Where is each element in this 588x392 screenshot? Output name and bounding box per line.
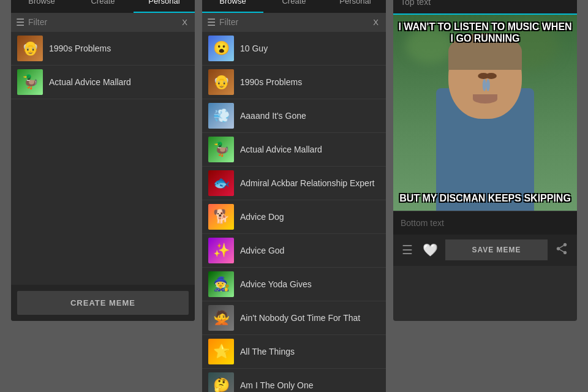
item-label: 1990s Problems (49, 43, 111, 53)
thumbnail: 🙅 (208, 305, 234, 331)
create-meme-bar: CREATE MEME (11, 285, 195, 321)
tab-browse-1[interactable]: Browse (11, 0, 72, 13)
thumbnail: 💨 (208, 103, 234, 129)
list-item[interactable]: ⭐ All The Things (202, 335, 386, 369)
top-text-bar (393, 0, 577, 15)
item-label: Advice God (240, 246, 284, 255)
list-item[interactable]: 💨 Aaaand It's Gone (202, 99, 386, 133)
meme-top-text: I WAN'T TO LISTEN TO MUSIC WHEN I GO RUN… (393, 21, 577, 44)
tab-create-1[interactable]: Create (72, 0, 134, 13)
hamburger-icon-2[interactable]: ☰ (207, 17, 216, 28)
tab-create-2[interactable]: Create (263, 0, 325, 13)
editor-action-bar: ☰ 🤍 SAVE MEME (393, 235, 577, 266)
list-item[interactable]: 🤔 Am I The Only One (202, 369, 386, 393)
list-item[interactable]: 👴 1990s Problems (202, 66, 386, 99)
item-label: 10 Guy (240, 43, 268, 53)
thumbnail: 👴 (208, 69, 234, 95)
thumbnail: 🧙 (208, 271, 234, 297)
thumbnail: 😮 (208, 36, 234, 61)
list-item[interactable]: 🙅 Ain't Nobody Got Time For That (202, 301, 386, 335)
search-bar-2: ☰ X (202, 13, 386, 32)
item-label: All The Things (240, 347, 295, 356)
tab-browse-2[interactable]: Browse (202, 0, 263, 13)
item-label: Actual Advice Mallard (49, 77, 131, 87)
tab-bar-1: Browse Create Personal (11, 0, 195, 13)
list-container-2: 😮 10 Guy 👴 1990s Problems 💨 Aaaand It's … (202, 32, 386, 393)
list-item[interactable]: 🦆 Actual Advice Mallard (202, 133, 386, 167)
item-label: Am I The Only One (240, 380, 314, 390)
panel-personal: Browse Create Personal ☰ X 👴 1990s Probl… (11, 0, 195, 321)
bottom-text-bar (393, 211, 577, 235)
clear-button-1[interactable]: X (179, 17, 190, 28)
create-meme-button[interactable]: CREATE MEME (17, 291, 189, 315)
thumbnail: ⭐ (208, 339, 234, 364)
editor-panel: I WAN'T TO LISTEN TO MUSIC WHEN I GO RUN… (393, 0, 577, 321)
item-label: Advice Dog (240, 212, 284, 222)
list-item[interactable]: 🐕 Advice Dog (202, 200, 386, 234)
item-label: 1990s Problems (240, 77, 302, 87)
list-item[interactable]: ✨ Advice God (202, 234, 386, 268)
thumbnail: 🦆 (17, 69, 43, 95)
clear-button-2[interactable]: X (371, 17, 381, 28)
share-icon[interactable] (552, 239, 571, 261)
list-item[interactable]: 🧙 Advice Yoda Gives (202, 268, 386, 301)
save-meme-button[interactable]: SAVE MEME (445, 239, 548, 260)
top-text-input[interactable] (401, 0, 570, 7)
thumbnail: 🐕 (208, 204, 234, 230)
tab-personal-1[interactable]: Personal (134, 0, 195, 13)
thumbnail: 🐟 (208, 170, 234, 196)
thumbnail: 👴 (17, 36, 43, 61)
bottom-text-input[interactable] (401, 218, 570, 228)
item-label: Admiral Ackbar Relationship Expert (240, 178, 374, 188)
menu-icon[interactable]: ☰ (399, 240, 415, 260)
panel-browse: Browse Create Personal ☰ X 😮 10 Guy 👴 19… (202, 0, 386, 392)
filter-input-1[interactable] (28, 17, 176, 27)
list-item[interactable]: 🐟 Admiral Ackbar Relationship Expert (202, 167, 386, 200)
list-item[interactable]: 👴 1990s Problems (11, 32, 195, 66)
thumbnail: 🦆 (208, 137, 234, 162)
app-container: Browse Create Personal ☰ X 👴 1990s Probl… (0, 0, 588, 392)
item-label: Aaaand It's Gone (240, 111, 306, 121)
list-item[interactable]: 🦆 Actual Advice Mallard (11, 66, 195, 99)
list-container-1: 👴 1990s Problems 🦆 Actual Advice Mallard (11, 32, 195, 285)
meme-bottom-text: BUT MY DISCMAN KEEPS SKIPPING (393, 192, 577, 204)
hamburger-icon-1[interactable]: ☰ (16, 17, 24, 28)
tab-bar-2: Browse Create Personal (202, 0, 386, 13)
item-label: Actual Advice Mallard (240, 145, 322, 154)
filter-input-2[interactable] (219, 17, 367, 27)
heart-icon[interactable]: 🤍 (420, 240, 440, 260)
tab-personal-2[interactable]: Personal (325, 0, 386, 13)
thumbnail: ✨ (208, 238, 234, 263)
thumbnail: 🤔 (208, 372, 234, 393)
list-item[interactable]: 😮 10 Guy (202, 32, 386, 66)
search-bar-1: ☰ X (11, 13, 195, 32)
item-label: Advice Yoda Gives (240, 279, 312, 289)
meme-canvas: I WAN'T TO LISTEN TO MUSIC WHEN I GO RUN… (393, 15, 577, 211)
item-label: Ain't Nobody Got Time For That (240, 313, 360, 323)
